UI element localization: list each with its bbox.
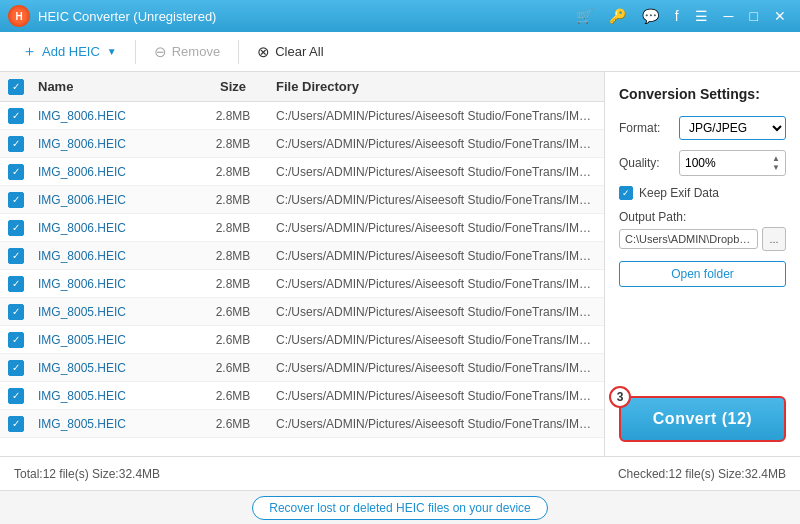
file-dir-1: C:/Users/ADMIN/Pictures/Aiseesoft Studio…: [268, 137, 596, 151]
recover-link[interactable]: Recover lost or deleted HEIC files on yo…: [252, 496, 547, 520]
file-size-4: 2.8MB: [198, 221, 268, 235]
quality-spinner[interactable]: ▲ ▼: [772, 154, 780, 172]
format-label: Format:: [619, 121, 671, 135]
row-checkbox-11[interactable]: [8, 415, 38, 432]
row-checkbox-4[interactable]: [8, 219, 38, 236]
output-path-label: Output Path:: [619, 210, 786, 224]
file-check-7[interactable]: [8, 304, 24, 320]
file-check-5[interactable]: [8, 248, 24, 264]
browse-button[interactable]: ...: [762, 227, 786, 251]
menu-icon[interactable]: ☰: [689, 5, 714, 27]
row-checkbox-0[interactable]: [8, 107, 38, 124]
table-row[interactable]: IMG_8005.HEIC 2.6MB C:/Users/ADMIN/Pictu…: [0, 382, 604, 410]
table-row[interactable]: IMG_8006.HEIC 2.8MB C:/Users/ADMIN/Pictu…: [0, 102, 604, 130]
file-dir-8: C:/Users/ADMIN/Pictures/Aiseesoft Studio…: [268, 333, 596, 347]
cart-icon[interactable]: 🛒: [570, 5, 599, 27]
table-row[interactable]: IMG_8006.HEIC 2.8MB C:/Users/ADMIN/Pictu…: [0, 242, 604, 270]
table-row[interactable]: IMG_8005.HEIC 2.6MB C:/Users/ADMIN/Pictu…: [0, 354, 604, 382]
facebook-icon[interactable]: f: [669, 5, 685, 27]
remove-button[interactable]: ⊖ Remove: [144, 38, 230, 66]
keep-exif-checkbox[interactable]: [619, 186, 633, 200]
row-checkbox-5[interactable]: [8, 247, 38, 264]
output-path-section: Output Path: C:\Users\ADMIN\Dropbox\PC\.…: [619, 210, 786, 251]
file-size-7: 2.6MB: [198, 305, 268, 319]
row-checkbox-2[interactable]: [8, 163, 38, 180]
file-check-10[interactable]: [8, 388, 24, 404]
file-name-8: IMG_8005.HEIC: [38, 333, 198, 347]
row-checkbox-8[interactable]: [8, 331, 38, 348]
row-checkbox-9[interactable]: [8, 359, 38, 376]
output-path-row: C:\Users\ADMIN\Dropbox\PC\... ...: [619, 227, 786, 251]
table-row[interactable]: IMG_8006.HEIC 2.8MB C:/Users/ADMIN/Pictu…: [0, 158, 604, 186]
table-row[interactable]: IMG_8005.HEIC 2.6MB C:/Users/ADMIN/Pictu…: [0, 326, 604, 354]
convert-area: 3 Convert (12): [619, 396, 786, 442]
quality-up[interactable]: ▲: [772, 154, 780, 163]
toolbar-divider-2: [238, 40, 239, 64]
status-left: Total:12 file(s) Size:32.4MB: [14, 467, 160, 481]
quality-label: Quality:: [619, 156, 671, 170]
table-row[interactable]: IMG_8006.HEIC 2.8MB C:/Users/ADMIN/Pictu…: [0, 130, 604, 158]
clear-all-button[interactable]: ⊗ Clear All: [247, 38, 333, 66]
file-size-8: 2.6MB: [198, 333, 268, 347]
dropdown-arrow[interactable]: ▼: [107, 46, 117, 57]
maximize-icon[interactable]: □: [744, 5, 764, 27]
file-check-3[interactable]: [8, 192, 24, 208]
row-checkbox-3[interactable]: [8, 191, 38, 208]
clear-icon: ⊗: [257, 43, 270, 61]
status-right: Checked:12 file(s) Size:32.4MB: [618, 467, 786, 481]
quality-down[interactable]: ▼: [772, 163, 780, 172]
file-check-6[interactable]: [8, 276, 24, 292]
keep-exif-row: Keep Exif Data: [619, 186, 786, 200]
file-size-11: 2.6MB: [198, 417, 268, 431]
main-content: Name Size File Directory IMG_8006.HEIC 2…: [0, 72, 800, 456]
file-size-2: 2.8MB: [198, 165, 268, 179]
table-header: Name Size File Directory: [0, 72, 604, 102]
quality-input[interactable]: 100% ▲ ▼: [679, 150, 786, 176]
add-heic-button[interactable]: ＋ Add HEIC ▼: [12, 37, 127, 66]
remove-label: Remove: [172, 44, 220, 59]
row-checkbox-6[interactable]: [8, 275, 38, 292]
minimize-icon[interactable]: ─: [718, 5, 740, 27]
table-row[interactable]: IMG_8005.HEIC 2.6MB C:/Users/ADMIN/Pictu…: [0, 410, 604, 438]
file-name-2: IMG_8006.HEIC: [38, 165, 198, 179]
right-panel: Conversion Settings: Format: JPG/JPEG PN…: [605, 72, 800, 456]
select-all-checkbox[interactable]: [8, 79, 24, 95]
header-check: [8, 78, 38, 95]
file-check-11[interactable]: [8, 416, 24, 432]
file-name-10: IMG_8005.HEIC: [38, 389, 198, 403]
file-dir-6: C:/Users/ADMIN/Pictures/Aiseesoft Studio…: [268, 277, 596, 291]
open-folder-button[interactable]: Open folder: [619, 261, 786, 287]
quality-value: 100%: [685, 156, 716, 170]
table-row[interactable]: IMG_8006.HEIC 2.8MB C:/Users/ADMIN/Pictu…: [0, 214, 604, 242]
file-table-body: IMG_8006.HEIC 2.8MB C:/Users/ADMIN/Pictu…: [0, 102, 604, 456]
status-bar: Total:12 file(s) Size:32.4MB Checked:12 …: [0, 456, 800, 490]
file-name-7: IMG_8005.HEIC: [38, 305, 198, 319]
file-name-1: IMG_8006.HEIC: [38, 137, 198, 151]
file-check-9[interactable]: [8, 360, 24, 376]
row-checkbox-10[interactable]: [8, 387, 38, 404]
file-check-4[interactable]: [8, 220, 24, 236]
file-check-2[interactable]: [8, 164, 24, 180]
file-dir-11: C:/Users/ADMIN/Pictures/Aiseesoft Studio…: [268, 417, 596, 431]
file-dir-5: C:/Users/ADMIN/Pictures/Aiseesoft Studio…: [268, 249, 596, 263]
chat-icon[interactable]: 💬: [636, 5, 665, 27]
close-icon[interactable]: ✕: [768, 5, 792, 27]
row-checkbox-7[interactable]: [8, 303, 38, 320]
table-row[interactable]: IMG_8006.HEIC 2.8MB C:/Users/ADMIN/Pictu…: [0, 270, 604, 298]
file-check-1[interactable]: [8, 136, 24, 152]
keep-exif-label: Keep Exif Data: [639, 186, 719, 200]
file-check-0[interactable]: [8, 108, 24, 124]
col-header-size: Size: [198, 79, 268, 94]
table-row[interactable]: IMG_8006.HEIC 2.8MB C:/Users/ADMIN/Pictu…: [0, 186, 604, 214]
format-select[interactable]: JPG/JPEG PNG BMP GIF TIFF: [679, 116, 786, 140]
add-icon: ＋: [22, 42, 37, 61]
key-icon[interactable]: 🔑: [603, 5, 632, 27]
file-size-9: 2.6MB: [198, 361, 268, 375]
convert-button[interactable]: Convert (12): [619, 396, 786, 442]
add-heic-label: Add HEIC: [42, 44, 100, 59]
output-path-text: C:\Users\ADMIN\Dropbox\PC\...: [619, 229, 758, 249]
file-check-8[interactable]: [8, 332, 24, 348]
file-size-1: 2.8MB: [198, 137, 268, 151]
row-checkbox-1[interactable]: [8, 135, 38, 152]
table-row[interactable]: IMG_8005.HEIC 2.6MB C:/Users/ADMIN/Pictu…: [0, 298, 604, 326]
